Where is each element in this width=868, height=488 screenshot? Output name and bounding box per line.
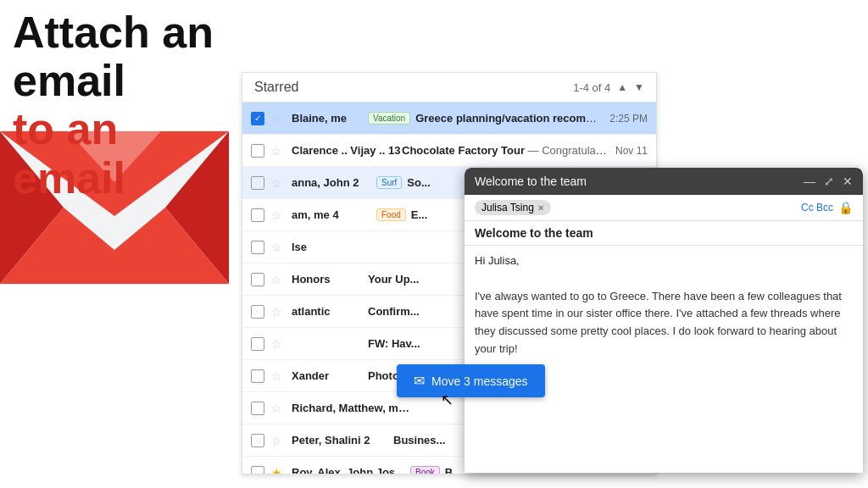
subject-0: Greece planning/vacation recommendations…	[415, 112, 603, 125]
email-row-1[interactable]: ☆ Clarence .. Vijay .. 13 Chocolate Fact…	[242, 135, 656, 167]
panel-header: Starred 1-4 of 4 ▲ ▼	[242, 73, 656, 103]
time-1: Nov 11	[615, 145, 648, 157]
sender-1: Clarence .. Vijay .. 13	[292, 144, 402, 157]
lock-icon: 🔒	[838, 201, 853, 214]
star-9[interactable]: ☆	[271, 402, 285, 415]
sender-0: Blaine, me	[292, 112, 368, 125]
checkbox-2[interactable]	[251, 176, 264, 190]
email-row-0[interactable]: ☆ Blaine, me Vacation Greece planning/va…	[242, 103, 656, 135]
hero-text-block: Attach an email to an email	[0, 0, 246, 211]
star-4[interactable]: ☆	[271, 241, 285, 254]
panel-header-right: 1-4 of 4 ▲ ▼	[573, 81, 644, 94]
star-7[interactable]: ☆	[271, 337, 285, 351]
compose-to-row: Julisa Tsing ✕ Cc Bcc 🔒	[465, 195, 863, 221]
sender-6: atlantic	[292, 305, 368, 318]
checkbox-9[interactable]	[251, 402, 264, 415]
checkbox-8[interactable]	[251, 369, 264, 383]
expand-icon[interactable]: ⤢	[824, 175, 834, 188]
chevron-down-icon[interactable]: ▼	[634, 81, 644, 93]
checkbox-4[interactable]	[251, 241, 264, 254]
checkbox-6[interactable]	[251, 305, 264, 319]
star-1[interactable]: ☆	[271, 144, 285, 158]
chevron-up-icon[interactable]: ▲	[617, 81, 627, 93]
sender-9: Richard, Matthew, me 3	[292, 402, 410, 414]
move-btn-label: Move 3 messages	[431, 374, 528, 388]
time-0: 2:25 PM	[609, 113, 648, 125]
compose-window: Welcome to the team — ⤢ ✕ Julisa Tsing ✕…	[465, 168, 863, 473]
move-icon: ✉	[414, 373, 425, 389]
sender-2: anna, John 2	[292, 176, 376, 189]
tag-11: Book	[410, 466, 440, 474]
hero-title-line2: to an email	[13, 105, 233, 202]
minimize-icon[interactable]: —	[804, 175, 815, 188]
to-chip: Julisa Tsing ✕	[475, 200, 551, 215]
tag-0: Vacation	[368, 112, 410, 125]
compose-body[interactable]: Hi Julisa, I've always wanted to go to G…	[465, 246, 863, 473]
checkbox-1[interactable]	[251, 144, 264, 158]
checkbox-10[interactable]	[251, 434, 264, 447]
cc-bcc-link[interactable]: Cc Bcc	[801, 202, 833, 214]
mouse-cursor	[441, 390, 453, 409]
star-2[interactable]: ☆	[271, 176, 285, 190]
checkbox-11[interactable]	[251, 466, 264, 475]
subject-1: Chocolate Factory Tour — Congratulations…	[402, 144, 609, 157]
to-chip-name: Julisa Tsing	[481, 202, 534, 214]
checkbox-7[interactable]	[251, 337, 264, 351]
sender-4: lse	[292, 241, 389, 253]
star-8[interactable]: ☆	[271, 369, 285, 383]
checkbox-5[interactable]	[251, 273, 264, 286]
compose-header-icons: — ⤢ ✕	[804, 175, 853, 188]
compose-subject: Welcome to the team	[465, 221, 863, 246]
star-11[interactable]: ★	[271, 466, 285, 475]
star-6[interactable]: ☆	[271, 305, 285, 319]
sender-3: am, me 4	[292, 208, 376, 221]
checkbox-3[interactable]	[251, 208, 264, 222]
body-greeting: Hi Julisa,	[475, 252, 853, 270]
star-3[interactable]: ☆	[271, 208, 285, 222]
sender-8: Xander	[292, 369, 368, 382]
star-10[interactable]: ☆	[271, 434, 285, 447]
compose-title: Welcome to the team	[475, 175, 587, 188]
sender-11: Roy, Alex, John Jose 5	[292, 466, 410, 474]
star-5[interactable]: ☆	[271, 273, 285, 286]
to-chip-remove[interactable]: ✕	[537, 203, 544, 213]
hero-title-line1: Attach an email	[13, 8, 233, 105]
tag-2: Surf	[376, 176, 402, 189]
move-messages-button[interactable]: ✉ Move 3 messages	[397, 364, 545, 397]
body-content: I've always wanted to go to Greece. Ther…	[475, 288, 853, 358]
close-icon[interactable]: ✕	[843, 175, 853, 188]
sender-10: Peter, Shalini 2	[292, 434, 393, 446]
sender-5: Honors	[292, 273, 368, 286]
checkbox-0[interactable]	[251, 112, 264, 125]
tag-3: Food	[376, 208, 406, 221]
star-0[interactable]: ☆	[271, 112, 285, 125]
panel-count: 1-4 of 4	[573, 81, 610, 94]
panel-title: Starred	[254, 80, 298, 95]
compose-header: Welcome to the team — ⤢ ✕	[465, 168, 863, 195]
